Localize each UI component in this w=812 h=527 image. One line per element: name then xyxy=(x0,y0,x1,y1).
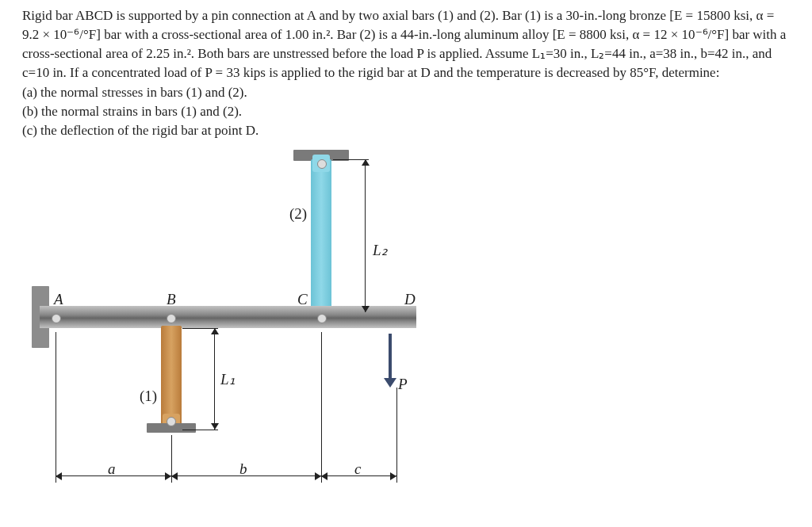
label-a: A xyxy=(54,291,63,308)
bar-1-bronze xyxy=(161,326,182,425)
pin-a xyxy=(52,314,61,323)
structural-diagram: A B C D P (2) (1) L₂ L₁ a b c xyxy=(16,150,444,527)
ext-l1-bot xyxy=(182,430,218,430)
label-b-dim: b xyxy=(239,460,247,478)
pin-bar1-bottom xyxy=(167,417,176,426)
ext-c-left xyxy=(321,332,322,483)
problem-statement: Rigid bar ABCD is supported by a pin con… xyxy=(0,0,812,140)
ext-l1-top xyxy=(182,328,218,329)
problem-main: Rigid bar ABCD is supported by a pin con… xyxy=(22,6,790,83)
label-c-dim: c xyxy=(354,460,361,478)
dim-l1 xyxy=(214,328,215,430)
label-p: P xyxy=(398,376,408,393)
rigid-bar-abcd xyxy=(40,306,416,328)
label-l1: L₁ xyxy=(220,370,236,388)
dim-l2 xyxy=(365,159,366,312)
label-c: C xyxy=(297,291,308,308)
ext-c-right xyxy=(396,388,397,483)
load-p-arrow xyxy=(389,334,392,380)
label-l2: L₂ xyxy=(373,241,388,259)
ext-a-left xyxy=(56,332,56,483)
problem-part-c: (c) the deflection of the rigid bar at p… xyxy=(22,121,790,140)
label-b: B xyxy=(167,291,176,308)
ext-l2-top xyxy=(333,159,369,160)
pin-c xyxy=(317,314,327,323)
label-bar1: (1) xyxy=(140,388,157,405)
label-a-dim: a xyxy=(108,460,116,478)
pin-b xyxy=(167,314,176,323)
problem-part-a: (a) the normal stresses in bars (1) and … xyxy=(22,83,790,102)
bar-2-aluminum xyxy=(311,159,331,311)
pin-bar2-top xyxy=(317,159,327,169)
problem-part-b: (b) the normal strains in bars (1) and (… xyxy=(22,102,790,121)
label-bar2: (2) xyxy=(289,205,307,223)
label-d: D xyxy=(404,291,416,308)
